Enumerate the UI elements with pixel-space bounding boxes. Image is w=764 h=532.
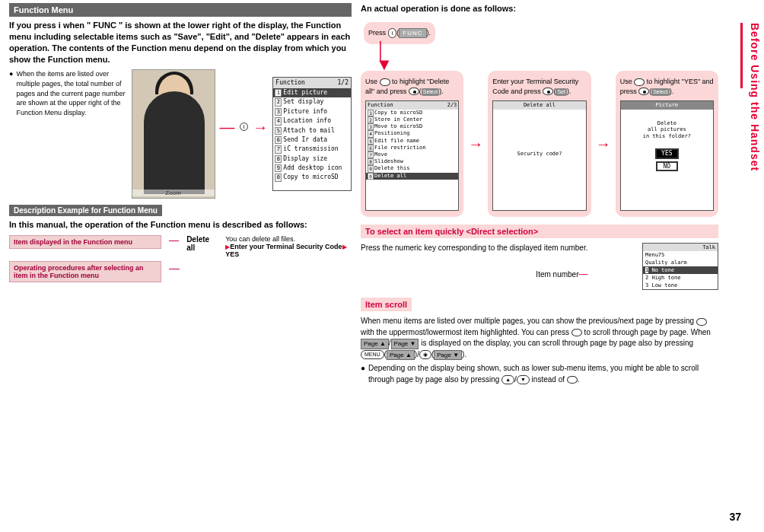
item-scroll-bullet: ● Depending on the display being shown, … [361,363,718,385]
page-down-badge: Page ▼ [391,339,419,349]
direct-selection-heading: To select an item quickly <Direct select… [361,225,718,238]
page-up-badge: Page ▲ [361,339,389,349]
pagecount-note: ● When the items are listed over multipl… [9,69,127,117]
desc-example-heading: Description Example for Function Menu [9,205,162,216]
operating-procedures-label: Operating procedures after selecting an … [9,261,161,282]
actual-operation-heading: An actual operation is done as follows: [361,3,718,14]
delete-all-procedure: ▶Enter your Terminal Security Code▶YES [225,243,352,258]
talk-menu-screen: Talk Menu75 Quality alarm 1 No tone 2 Hi… [642,243,718,290]
item-scroll-heading: Item scroll [361,298,412,311]
i-alpha-button-icon: i [388,28,397,38]
function-menu-heading: Function Menu [9,3,352,17]
step-security-code-card: Enter your Terminal Security Code and pr… [488,71,591,217]
flow-arrow-right-icon: → [468,142,483,146]
down-key-icon: ▼ [517,375,530,384]
step-highlight-delete-card: Use to highlight "Delete all" and press … [361,71,463,217]
example-photo: Zoom [132,69,215,199]
item-displayed-label: Item displayed in the Function menu [9,235,161,249]
delete-all-item: Delete all [186,235,218,258]
direct-selection-text: Press the numeric key corresponding to t… [361,243,588,254]
dpad-center-icon [638,88,649,95]
item-scroll-para: When menu items are listed over multiple… [361,316,718,360]
dpad-vertical-icon [380,78,390,86]
dpad-center-icon [543,88,553,95]
step-press-card: Press i(FUNC). [364,22,435,44]
func-badge: FUNC [399,28,426,38]
red-arrow-left-icon: — [220,123,235,131]
side-tab-label: Before Using the Handset [749,23,761,171]
no-option: NO [656,161,679,172]
i-alpha-button-icon: i [240,123,249,131]
dpad-vertical-icon [696,318,707,326]
intro-paragraph: If you press i when " FUNC " is shown at… [9,20,352,65]
delete-all-desc: You can delete all files. [225,235,352,243]
item-number-label: Item number [536,270,578,279]
function-menu-screen-1: Function1/2 1Edit picture 2Set display 3… [272,77,352,191]
dpad-horizontal-icon [571,329,582,336]
security-code-screen: Delete all Security code? [492,100,586,211]
function-menu-screen-2: Function2/3 1Copy to microSD 2Store in C… [365,100,459,211]
confirm-delete-screen: Picture Delete all pictures in this fold… [620,100,714,211]
menu-button-icon: MENU [361,350,384,359]
side-tab-bar [740,23,743,88]
dpad-center-icon [409,88,419,95]
camera-button-icon: ◉ [419,350,431,359]
desc-example-para: In this manual, the operation of the Fun… [9,219,352,231]
step-confirm-yes-card: Use to highlight "YES" and press (Select… [616,71,718,217]
flow-arrow-down-icon: │▼ [361,44,718,71]
flow-arrow-right-icon: → [596,142,611,146]
red-arrow-right-icon: → [253,123,268,131]
yes-option: YES [655,148,678,159]
page-number: 37 [729,511,741,523]
dpad-vertical-icon [634,78,645,86]
up-key-icon: ▲ [501,375,514,384]
dpad-horizontal-icon [567,376,578,384]
